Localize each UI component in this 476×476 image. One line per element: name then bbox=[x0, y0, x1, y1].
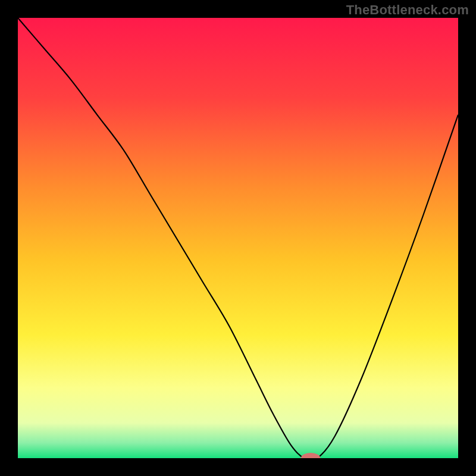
watermark-text: TheBottleneck.com bbox=[346, 2, 469, 18]
chart-svg bbox=[18, 18, 458, 458]
plot-area bbox=[18, 18, 458, 458]
chart-frame: TheBottleneck.com bbox=[0, 0, 476, 476]
gradient-background bbox=[18, 18, 458, 458]
